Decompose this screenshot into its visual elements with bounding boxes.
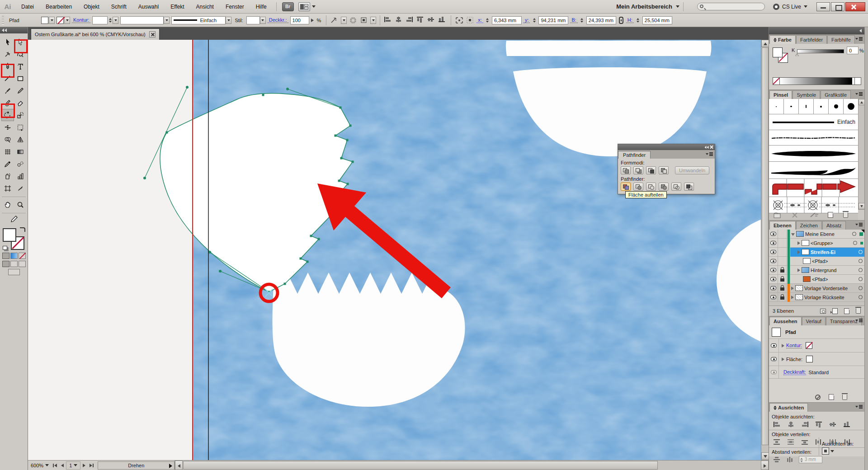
shape-mode-unite-button[interactable] [621, 166, 631, 174]
visibility-toggle[interactable] [769, 284, 778, 293]
free-transform-tool[interactable] [14, 121, 27, 133]
tab-ausrichten[interactable]: Ausrichten [769, 403, 808, 412]
tab-verlauf[interactable]: Verlauf [802, 317, 826, 325]
distribute-bottom-button[interactable] [800, 438, 810, 446]
y-label[interactable]: y: [524, 17, 530, 23]
calligraphic-brush-row[interactable] [769, 99, 858, 114]
fill-stroke-proxy[interactable] [773, 47, 788, 63]
stroke-none-swatch[interactable] [806, 342, 812, 349]
pathfinder-merge-button[interactable] [646, 183, 656, 191]
stepper-icon[interactable] [532, 16, 537, 24]
pathfinder-crop-button[interactable] [659, 183, 669, 191]
visibility-toggle[interactable] [769, 339, 779, 352]
visibility-toggle[interactable] [769, 352, 779, 366]
panel-menu-icon[interactable] [855, 318, 863, 323]
stepper-icon[interactable] [636, 16, 641, 24]
target-circle[interactable] [853, 241, 857, 245]
horizontal-space-button[interactable] [785, 456, 795, 463]
layer-thumbnail[interactable] [802, 249, 809, 255]
menu-hilfe[interactable]: Hilfe [250, 0, 273, 14]
mesh-tool[interactable] [1, 146, 14, 158]
panel-menu-icon[interactable] [855, 37, 863, 41]
layer-name[interactable]: Hintergrund [811, 268, 857, 273]
pathfinder-minus-back-button[interactable] [684, 183, 694, 191]
column-graph-tool[interactable] [14, 170, 27, 182]
fill-color-dropdown[interactable] [41, 17, 55, 24]
panel-menu-icon[interactable] [855, 92, 863, 96]
brush-options-icon[interactable] [810, 212, 818, 218]
layer-row[interactable]: Meine Ebene [769, 230, 864, 239]
target-circle[interactable] [859, 259, 863, 263]
appearance-stroke-row[interactable]: Kontur: [769, 339, 864, 352]
layer-thumbnail[interactable] [802, 267, 809, 273]
pathfinder-titlebar[interactable] [618, 144, 715, 150]
restore-button[interactable] [831, 2, 844, 11]
shape-mode-minus-front-button[interactable] [633, 166, 643, 174]
panel-menu-icon[interactable] [706, 152, 713, 156]
first-artboard-button[interactable] [52, 462, 59, 469]
stepper-icon[interactable] [485, 16, 490, 24]
shape-mode-intersect-button[interactable] [646, 166, 656, 174]
visibility-toggle[interactable] [769, 366, 779, 378]
arrow-pattern-brush-row[interactable] [769, 179, 858, 197]
delete-item-icon[interactable] [842, 395, 847, 400]
menu-bearbeiten[interactable]: Bearbeiten [40, 0, 78, 14]
lock-toggle[interactable] [778, 257, 787, 266]
tab-farbfelder[interactable]: Farbfelder [796, 35, 827, 44]
chevron-down-icon[interactable] [113, 17, 118, 24]
gradient-mode-button[interactable] [10, 253, 18, 259]
swap-fill-stroke-icon[interactable] [20, 227, 25, 232]
draw-inside-button[interactable] [19, 261, 26, 267]
layer-name[interactable]: Vorlage Rückseite [804, 295, 857, 300]
chevron-down-icon[interactable] [64, 17, 70, 24]
fill-swatch[interactable] [806, 356, 813, 362]
gradient-tool[interactable] [14, 146, 27, 158]
draw-behind-button[interactable] [10, 261, 18, 267]
layer-thumbnail[interactable] [803, 258, 811, 264]
selection-tool[interactable] [1, 36, 14, 48]
close-icon[interactable] [709, 145, 713, 149]
zoom-level-dropdown[interactable]: 600% [28, 461, 52, 470]
none-mode-button[interactable] [19, 253, 26, 259]
visibility-toggle[interactable] [769, 257, 778, 266]
visibility-toggle[interactable] [769, 248, 778, 257]
horizontal-scrollbar[interactable] [175, 461, 769, 470]
align-right-button[interactable] [406, 16, 415, 24]
scroll-right-button[interactable] [761, 461, 769, 470]
expand-icon[interactable] [791, 233, 795, 236]
align-right-button[interactable] [800, 420, 810, 428]
align-to-dropdown[interactable] [822, 447, 861, 455]
scroll-down-button[interactable] [859, 203, 865, 209]
tab-farbe[interactable]: Farbe [769, 35, 796, 44]
previous-artboard-button[interactable] [59, 462, 66, 469]
recolor-artwork-icon[interactable] [349, 16, 358, 24]
menu-objekt[interactable]: Objekt [78, 0, 105, 14]
height-field[interactable]: 25,504 mm [642, 16, 672, 24]
expand-icon[interactable] [797, 250, 800, 254]
brush-libraries-icon[interactable] [774, 212, 782, 218]
tab-farbhilfe[interactable]: Farbhilfe [827, 35, 855, 44]
rectangle-tool[interactable] [14, 72, 27, 85]
x-label[interactable]: x: [476, 17, 483, 23]
k-slider-marker[interactable] [795, 54, 799, 56]
layer-name[interactable]: <Pfad> [812, 258, 857, 264]
target-circle[interactable] [859, 295, 863, 299]
h-label[interactable]: H: [626, 17, 634, 23]
align-center-h-button[interactable] [786, 420, 796, 428]
slice-tool[interactable] [14, 182, 27, 194]
align-left-button[interactable] [772, 420, 782, 428]
layer-row[interactable]: <Gruppe> [769, 239, 864, 248]
kontur-link[interactable]: Kontur: [72, 17, 90, 23]
layer-thumbnail[interactable] [795, 285, 803, 291]
align-to-dropdown[interactable] [359, 16, 368, 24]
align-top-button[interactable] [814, 420, 824, 428]
lock-toggle[interactable] [778, 284, 787, 293]
einfach-brush-row[interactable]: Einfach [769, 114, 858, 130]
pathfinder-outline-button[interactable] [671, 183, 681, 191]
lock-toggle[interactable] [778, 275, 787, 284]
new-sublayer-icon[interactable] [832, 308, 838, 314]
menu-schrift[interactable]: Schrift [105, 0, 132, 14]
fill-swatch[interactable] [3, 228, 16, 242]
lock-toggle[interactable] [778, 293, 787, 302]
vertical-scroll-thumb[interactable] [762, 47, 769, 445]
